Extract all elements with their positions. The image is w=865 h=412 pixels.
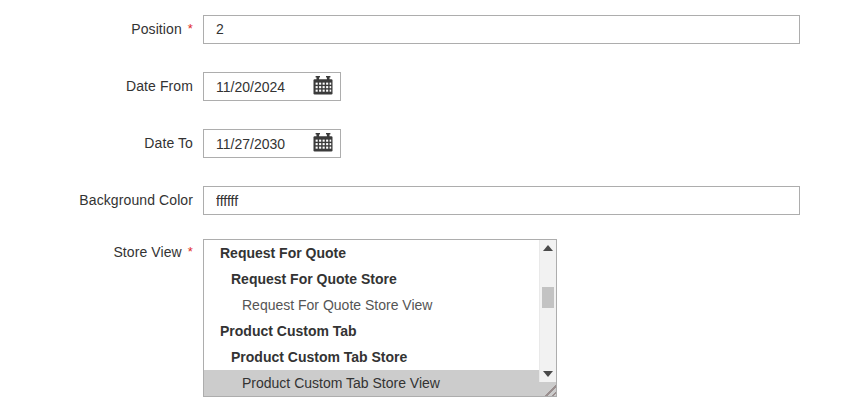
field-row-position: Position* [0,14,865,44]
field-row-background-color: Background Color [0,186,865,215]
edit-form: Position* Date From [0,0,865,397]
position-label: Position* [0,14,193,44]
store-view-option[interactable]: Request For Quote Store View [204,292,556,318]
store-view-scrollbar[interactable] [539,240,556,382]
store-view-label: Store View* [0,239,193,265]
position-label-text: Position [131,21,182,37]
triangle-down-icon [543,371,553,377]
store-view-option[interactable]: Product Custom Tab Store [204,344,556,370]
scrollbar-thumb[interactable] [542,287,554,308]
store-view-option[interactable]: Product Custom Tab [204,318,556,344]
position-input[interactable] [203,15,800,44]
store-view-label-text: Store View [113,244,181,260]
date-from-input[interactable] [204,79,313,95]
store-view-option[interactable]: Request For Quote Store [204,266,556,292]
position-control [203,15,800,44]
date-to-control [203,129,341,158]
field-row-store-view: Store View* Request For QuoteRequest For… [0,239,865,397]
required-asterisk: * [188,244,193,259]
field-row-date-to: Date To [0,129,865,158]
date-from-wrap [203,72,341,101]
store-view-control: Request For QuoteRequest For Quote Store… [203,239,557,397]
date-to-wrap [203,129,341,158]
background-color-input[interactable] [203,186,800,215]
scrollbar-track[interactable] [540,256,556,366]
store-view-options: Request For QuoteRequest For Quote Store… [204,240,556,396]
date-from-calendar-button[interactable] [313,76,340,98]
store-view-select[interactable]: Request For QuoteRequest For Quote Store… [203,239,557,397]
background-color-label: Background Color [0,186,193,215]
field-row-date-from: Date From [0,72,865,101]
calendar-icon [313,133,333,155]
store-view-option[interactable]: Product Custom Tab Store View [204,370,556,396]
required-asterisk: * [188,21,193,36]
date-to-calendar-button[interactable] [313,133,340,155]
background-color-control [203,186,800,215]
triangle-up-icon [543,245,553,251]
scrollbar-up-button[interactable] [540,240,556,256]
store-view-option[interactable]: Request For Quote [204,240,556,266]
calendar-icon [313,76,333,98]
scrollbar-down-button[interactable] [540,366,556,382]
date-from-label: Date From [0,72,193,101]
date-to-label: Date To [0,129,193,158]
date-from-control [203,72,341,101]
date-to-input[interactable] [204,136,313,152]
